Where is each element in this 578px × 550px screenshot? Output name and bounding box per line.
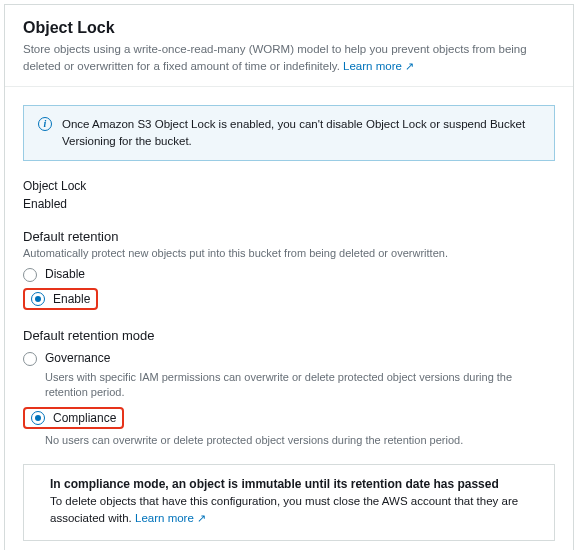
mode-governance-label: Governance [45, 351, 110, 365]
mode-compliance-row[interactable]: Compliance No users can overwrite or del… [23, 407, 555, 448]
info-banner-text: Once Amazon S3 Object Lock is enabled, y… [62, 116, 540, 151]
compliance-warning: In compliance mode, an object is immutab… [23, 464, 555, 541]
object-lock-label: Object Lock [23, 179, 555, 193]
panel-description: Store objects using a write-once-read-ma… [23, 41, 555, 76]
retention-disable-radio[interactable] [23, 268, 37, 282]
mode-governance-hint: Users with specific IAM permissions can … [45, 370, 555, 401]
object-lock-value: Enabled [23, 197, 555, 211]
external-link-icon: ↗ [197, 512, 206, 524]
mode-compliance-radio[interactable] [31, 411, 45, 425]
info-banner: i Once Amazon S3 Object Lock is enabled,… [23, 105, 555, 162]
retention-mode-group: Governance Users with specific IAM permi… [23, 351, 555, 448]
mode-compliance-hint: No users can overwrite or delete protect… [45, 433, 463, 448]
panel-body: i Once Amazon S3 Object Lock is enabled,… [5, 87, 573, 551]
warning-learn-more-link[interactable]: Learn more↗ [135, 512, 206, 524]
object-lock-panel: Object Lock Store objects using a write-… [4, 4, 574, 550]
learn-more-link[interactable]: Learn more↗ [343, 60, 414, 72]
retention-mode-title: Default retention mode [23, 328, 555, 343]
retention-enable-row[interactable]: Enable [23, 288, 555, 310]
retention-disable-row[interactable]: Disable [23, 267, 555, 282]
retention-disable-label: Disable [45, 267, 85, 281]
retention-enable-radio[interactable] [31, 292, 45, 306]
warning-text: To delete objects that have this configu… [50, 493, 540, 528]
panel-header: Object Lock Store objects using a write-… [5, 5, 573, 87]
mode-compliance-label: Compliance [53, 411, 116, 425]
warning-title: In compliance mode, an object is immutab… [50, 477, 540, 491]
default-retention-hint: Automatically protect new objects put in… [23, 247, 555, 259]
default-retention-group: Disable Enable [23, 267, 555, 310]
panel-title: Object Lock [23, 19, 555, 37]
retention-enable-label: Enable [53, 292, 90, 306]
external-link-icon: ↗ [405, 60, 414, 72]
mode-governance-row[interactable]: Governance Users with specific IAM permi… [23, 351, 555, 401]
info-icon: i [38, 117, 52, 131]
default-retention-title: Default retention [23, 229, 555, 244]
mode-governance-radio[interactable] [23, 352, 37, 366]
